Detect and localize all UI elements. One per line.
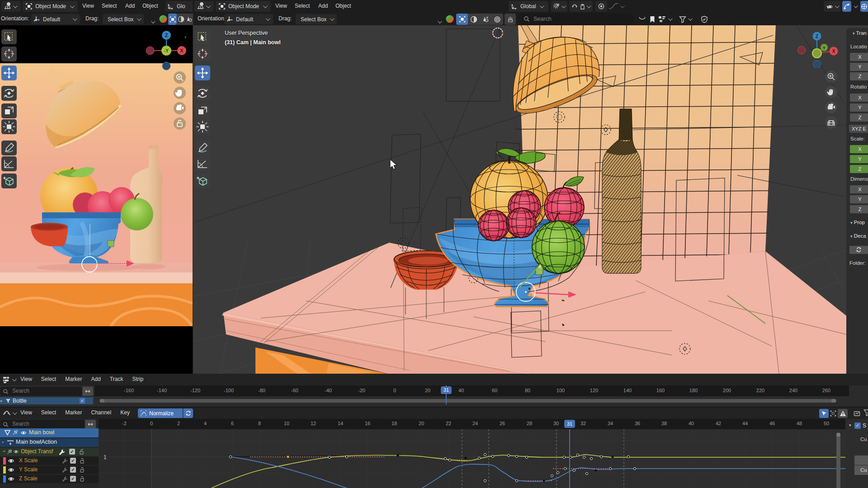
svg-text:Z: Z [165, 33, 168, 38]
svg-text:-Y: -Y [164, 48, 169, 53]
svg-text:X: X [180, 48, 184, 53]
svg-text:X: X [832, 48, 835, 54]
svg-text:Y: Y [823, 45, 826, 50]
svg-text:Z: Z [816, 33, 819, 39]
